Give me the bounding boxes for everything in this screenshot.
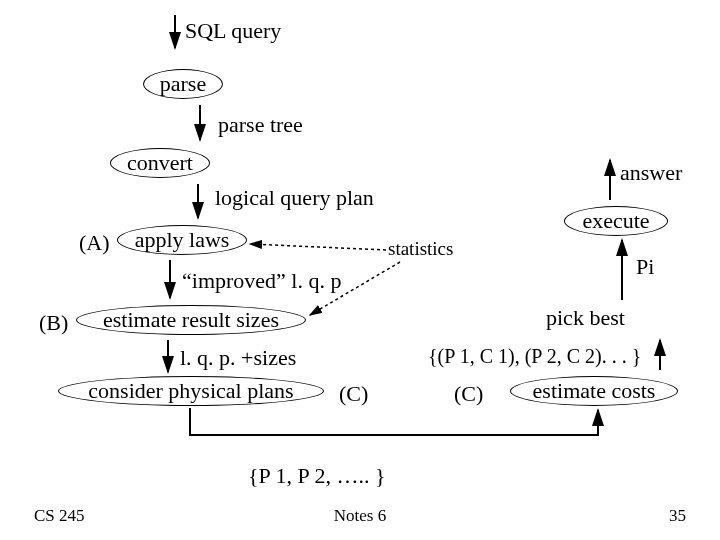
node-consider-plans: consider physical plans bbox=[58, 376, 324, 406]
label-B: (B) bbox=[39, 310, 68, 336]
label-plan-set: {P 1, P 2, ….. } bbox=[248, 463, 385, 489]
node-apply-laws: apply laws bbox=[117, 225, 247, 255]
label-C-right: (C) bbox=[454, 381, 483, 407]
node-estimate-costs: estimate costs bbox=[510, 376, 678, 406]
node-consider-plans-label: consider physical plans bbox=[88, 378, 293, 404]
node-estimate-sizes: estimate result sizes bbox=[76, 305, 306, 335]
label-improved-lqp: “improved” l. q. p bbox=[182, 268, 341, 294]
label-pick-best: pick best bbox=[546, 305, 625, 331]
node-parse: parse bbox=[143, 69, 223, 99]
label-logical-qp: logical query plan bbox=[215, 185, 374, 211]
node-execute: execute bbox=[564, 206, 668, 236]
label-lqp-sizes: l. q. p. +sizes bbox=[180, 345, 296, 371]
diagram-arrows bbox=[0, 0, 720, 540]
node-convert-label: convert bbox=[127, 150, 193, 176]
label-sql-query: SQL query bbox=[185, 18, 281, 44]
node-apply-laws-label: apply laws bbox=[135, 227, 230, 253]
label-pair-set: {(P 1, C 1), (P 2, C 2). . . } bbox=[428, 345, 641, 368]
node-convert: convert bbox=[110, 148, 210, 178]
node-execute-label: execute bbox=[582, 208, 649, 234]
label-answer: answer bbox=[620, 160, 682, 186]
label-C-left: (C) bbox=[339, 381, 368, 407]
node-parse-label: parse bbox=[160, 71, 206, 97]
label-statistics: statistics bbox=[388, 238, 453, 260]
footer-notes: Notes 6 bbox=[0, 506, 720, 526]
node-estimate-costs-label: estimate costs bbox=[533, 378, 656, 404]
footer-page: 35 bbox=[669, 506, 686, 526]
svg-line-5 bbox=[250, 244, 386, 250]
label-A: (A) bbox=[79, 230, 110, 256]
node-estimate-sizes-label: estimate result sizes bbox=[103, 307, 279, 333]
label-parse-tree: parse tree bbox=[218, 112, 303, 138]
label-Pi: Pi bbox=[636, 254, 654, 280]
